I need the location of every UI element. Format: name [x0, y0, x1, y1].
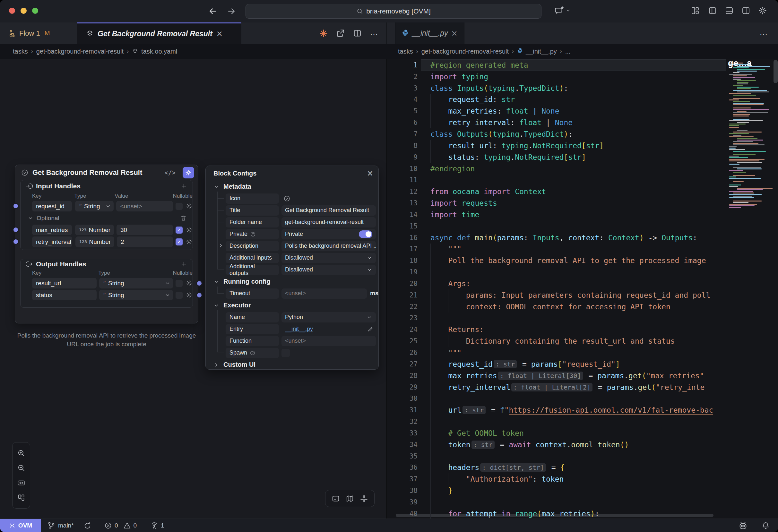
config-section-header[interactable]: Custom UI: [206, 359, 378, 371]
close-tab-icon[interactable]: ×: [216, 30, 223, 37]
breadcrumb[interactable]: tasks›get-background-removal-result›__in…: [398, 44, 570, 59]
config-section-header[interactable]: Running config: [206, 276, 378, 287]
icon-value[interactable]: [284, 195, 291, 202]
toggle-bottom-panel-icon[interactable]: [725, 6, 734, 15]
code-line[interactable]: 39: [387, 497, 778, 508]
output-handle-dot-result-url[interactable]: [196, 280, 203, 286]
breadcrumb-item[interactable]: tasks: [13, 48, 28, 55]
type-select[interactable]: 123Number: [75, 225, 114, 235]
minimize-window-button[interactable]: [20, 8, 27, 14]
close-tab-icon[interactable]: ×: [451, 29, 458, 37]
code-line[interactable]: 38 }: [387, 485, 778, 497]
settings-gear-icon[interactable]: [758, 6, 767, 15]
breadcrumb[interactable]: tasks›get-background-removal-result›task…: [13, 44, 177, 59]
breadcrumb-item[interactable]: get-background-removal-result: [421, 48, 509, 55]
code-line[interactable]: 26 """: [387, 347, 778, 358]
gear-icon[interactable]: [186, 292, 192, 298]
code-line[interactable]: 31 url: str = f"https://fusion-api.oomol…: [387, 404, 778, 416]
add-input-button[interactable]: [180, 183, 187, 190]
code-line[interactable]: 15: [387, 220, 778, 232]
code-line[interactable]: 8 result_url: typing.NotRequired[str]: [387, 140, 778, 152]
gear-icon[interactable]: [186, 239, 192, 245]
code-line[interactable]: 40 for attempt in range(max_retries):: [387, 508, 778, 519]
input-handle-dot-max-retries[interactable]: [12, 227, 19, 233]
code-line[interactable]: 17 """: [387, 244, 778, 255]
sync-item[interactable]: [83, 519, 91, 532]
flow-canvas[interactable]: Get Background Removal Result </> Input …: [0, 59, 386, 519]
split-editor-icon[interactable]: [353, 29, 362, 37]
code-line[interactable]: 1#region generated meta: [387, 59, 778, 71]
key-field[interactable]: retry_interval: [32, 237, 72, 247]
code-line[interactable]: 4 request_id: str: [387, 94, 778, 106]
tab-get-background-removal-result[interactable]: Get Background Removal Result ×: [77, 22, 241, 44]
code-line[interactable]: 7class Outputs(typing.TypedDict):: [387, 128, 778, 140]
gear-icon[interactable]: [186, 227, 192, 233]
code-line[interactable]: 25 Dictionary containing the result_url …: [387, 335, 778, 347]
code-line[interactable]: 5 max_retries: float | None: [387, 105, 778, 117]
code-line[interactable]: 13import requests: [387, 197, 778, 209]
config-value[interactable]: Get Background Removal Result: [282, 205, 376, 215]
nullable-checkbox[interactable]: ✓: [175, 239, 183, 246]
code-line[interactable]: 27 request_id: str = params["request_id"…: [387, 358, 778, 370]
nullable-checkbox[interactable]: [175, 292, 183, 299]
ports-item[interactable]: 1: [150, 519, 164, 532]
gear-icon[interactable]: [186, 203, 192, 209]
more-actions-icon[interactable]: …: [370, 27, 379, 37]
config-value[interactable]: Private: [282, 229, 376, 239]
breadcrumb-item[interactable]: ...: [565, 48, 571, 55]
problems-item[interactable]: 0 0: [104, 519, 137, 532]
code-line[interactable]: 9 status: typing.NotRequired[str]: [387, 152, 778, 163]
breadcrumb-item[interactable]: task.oo.yaml: [141, 48, 177, 55]
toggle-on[interactable]: [359, 231, 372, 238]
config-value[interactable]: <unset>: [282, 336, 376, 346]
code-line[interactable]: 10#endregion: [387, 163, 778, 175]
input-handle-dot-retry-interval[interactable]: [12, 239, 19, 245]
config-value[interactable]: <unset>: [282, 288, 367, 299]
toggle-left-panel-icon[interactable]: [708, 6, 717, 15]
code-line[interactable]: 28 max_retries: float | Literal[30] = pa…: [387, 370, 778, 381]
back-button[interactable]: [208, 6, 218, 16]
forward-button[interactable]: [227, 6, 236, 16]
key-field[interactable]: status: [32, 290, 97, 300]
key-field[interactable]: max_retries: [32, 225, 72, 235]
type-select[interactable]: “String: [75, 201, 113, 211]
minimap-toggle-button[interactable]: [346, 495, 354, 503]
spawn-checkbox[interactable]: [282, 349, 290, 357]
layout-grid-icon[interactable]: [691, 6, 700, 15]
value-field[interactable]: <unset>: [116, 201, 173, 211]
code-line[interactable]: 36 headers: dict[str, str] = {: [387, 462, 778, 473]
trash-icon[interactable]: [180, 215, 187, 221]
code-line[interactable]: 16async def main(params: Inputs, context…: [387, 232, 778, 244]
type-select[interactable]: “String: [99, 278, 173, 288]
close-window-button[interactable]: [9, 8, 15, 14]
config-value[interactable]: Polls the background removal API ...: [282, 241, 376, 251]
code-line[interactable]: 14import time: [387, 209, 778, 220]
fit-view-button[interactable]: [17, 479, 25, 487]
code-editor[interactable]: 1#region generated meta2import typing3cl…: [386, 59, 778, 519]
add-output-button[interactable]: [180, 261, 187, 268]
overview-button[interactable]: [17, 494, 25, 502]
ai-chat-button[interactable]: [555, 6, 571, 15]
code-line[interactable]: 22 context: OOMOL context for accessing …: [387, 301, 778, 313]
type-select[interactable]: 123Number: [75, 237, 114, 247]
config-section-header[interactable]: Executor: [206, 299, 378, 311]
git-branch-item[interactable]: main*: [47, 519, 74, 532]
key-field[interactable]: request_id: [32, 201, 72, 211]
code-line[interactable]: 12from oocana import Context: [387, 186, 778, 197]
node-card[interactable]: Get Background Removal Result </> Input …: [15, 165, 199, 324]
code-line[interactable]: 2import typing: [387, 71, 778, 82]
remote-indicator[interactable]: OVM: [0, 519, 41, 532]
assistant-item[interactable]: [738, 519, 748, 532]
config-value[interactable]: Disallowed: [282, 253, 376, 263]
code-line[interactable]: 18 Poll the background removal API to ge…: [387, 255, 778, 266]
editor-more-actions-icon[interactable]: …: [759, 27, 768, 37]
output-handle-dot-status[interactable]: [196, 292, 203, 298]
nullable-checkbox[interactable]: [175, 280, 183, 287]
help-icon[interactable]: [250, 350, 255, 356]
code-line[interactable]: 20 Args:: [387, 278, 778, 289]
input-handle-dot-request-id[interactable]: [12, 203, 19, 209]
key-field[interactable]: result_url: [32, 278, 97, 288]
zoom-in-button[interactable]: [17, 449, 25, 457]
code-icon[interactable]: </>: [165, 169, 175, 176]
config-section-header[interactable]: Metadata: [206, 181, 378, 192]
